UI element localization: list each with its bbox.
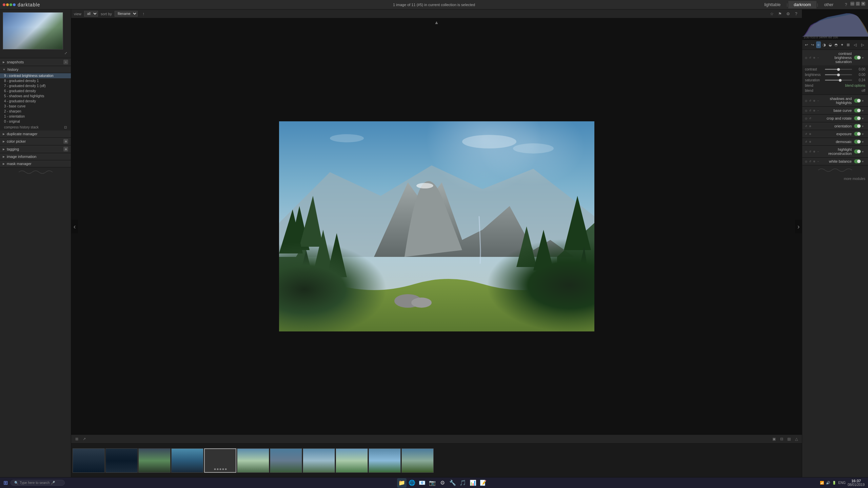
mode-tone-icon[interactable]: ◑ — [822, 41, 827, 48]
history-item-3[interactable]: 3 - base curve — [0, 104, 71, 109]
module-wb-toggle[interactable] — [854, 159, 861, 163]
cr-reset-icon[interactable]: ↺ — [808, 117, 812, 120]
or-multi-icon[interactable]: ⊕ — [808, 124, 812, 128]
start-button[interactable]: ⊞ — [1, 480, 10, 486]
mode-basic-icon[interactable]: ○ — [816, 41, 821, 48]
saturation-thumb[interactable] — [839, 79, 842, 82]
mode-undo-icon[interactable]: ↩ — [804, 41, 809, 48]
module-cbs-expand[interactable]: ▾ — [862, 56, 866, 60]
tab-lighttable[interactable]: lighttable — [759, 1, 786, 8]
filmstrip-item-6[interactable] — [237, 448, 269, 473]
taskbar-app-1[interactable]: 📁 — [397, 478, 407, 488]
maximize-button[interactable]: □ — [856, 2, 860, 6]
close-button[interactable]: ✕ — [861, 2, 865, 6]
history-item-0[interactable]: 0 - original — [0, 119, 71, 124]
filmstrip-item-7[interactable] — [270, 448, 302, 473]
sort-dir-icon[interactable]: ↑ — [140, 11, 146, 17]
layout-icon-2[interactable]: ⊟ — [779, 436, 784, 442]
blend-options-button[interactable]: blend options — [845, 84, 866, 87]
dm-reset-icon[interactable]: ↺ — [804, 140, 808, 143]
or-reset-icon[interactable]: ↺ — [804, 124, 808, 128]
module-cr-header[interactable]: ◎ ↺ crop and rotate ▾ — [802, 115, 868, 122]
filmstrip-item-8[interactable] — [303, 448, 335, 473]
panel-right-icon[interactable]: ▷ — [859, 41, 866, 48]
taskbar-app-9[interactable]: 📝 — [478, 478, 488, 488]
module-delete-icon[interactable]: − — [816, 56, 820, 59]
mode-all-icon[interactable]: ✦ — [840, 41, 845, 48]
battery-icon[interactable]: 🔋 — [832, 481, 836, 485]
tab-darkroom[interactable]: darkroom — [788, 1, 816, 8]
module-hr-toggle[interactable] — [854, 149, 861, 154]
filmstrip-item-9[interactable] — [336, 448, 368, 473]
taskbar-app-4[interactable]: 📷 — [428, 478, 437, 488]
bc-reset-icon[interactable]: ↺ — [808, 109, 812, 112]
module-preset-icon[interactable]: ◎ — [804, 56, 808, 59]
module-sh-toggle[interactable] — [854, 99, 861, 103]
top-scroll-arrow[interactable]: ▲ — [434, 20, 439, 25]
main-image[interactable] — [279, 121, 594, 331]
mode-color-icon[interactable]: ◒ — [828, 41, 833, 48]
module-bc-header[interactable]: ◎ ↺ ⊕ − base curve ▾ — [802, 107, 868, 114]
panel-left-icon[interactable]: ◁ — [852, 41, 859, 48]
module-dm-header[interactable]: ↺ ⊕ demosaic ▾ — [802, 138, 868, 145]
help-icon-2[interactable]: ? — [793, 11, 799, 17]
compress-history-button[interactable]: compress history stack ⊡ — [0, 124, 71, 130]
module-bc-expand[interactable]: ▾ — [862, 109, 866, 113]
module-or-expand[interactable]: ▾ — [862, 124, 866, 128]
settings-icon[interactable]: ⚙ — [785, 11, 791, 17]
volume-icon[interactable]: 🔊 — [826, 481, 830, 485]
module-sh-expand[interactable]: ▾ — [862, 99, 866, 103]
module-cbs-toggle[interactable] — [854, 56, 861, 60]
module-ex-toggle[interactable] — [854, 132, 861, 136]
ex-multi-icon[interactable]: ⊕ — [808, 132, 812, 136]
taskbar-app-2[interactable]: 🌐 — [407, 478, 417, 488]
wb-reset-icon[interactable]: ↺ — [808, 160, 812, 163]
color-picker-section[interactable]: ▶ color picker ⊕ — [0, 138, 71, 145]
star-icon[interactable]: ☆ — [769, 11, 775, 17]
module-hr-header[interactable]: ◎ ↺ ⊕ − highlight reconstruction ▾ — [802, 146, 868, 157]
hr-del-icon[interactable]: − — [816, 150, 820, 153]
mode-redo-icon[interactable]: ↪ — [810, 41, 815, 48]
image-info-section[interactable]: ▶ image information — [0, 153, 71, 160]
module-multi-icon[interactable]: ⊕ — [812, 56, 816, 59]
grid-icon[interactable]: ⊞ — [74, 436, 79, 442]
dm-multi-icon[interactable]: ⊕ — [808, 140, 812, 143]
tagging-icon[interactable]: ⊕ — [63, 147, 68, 151]
sh-reset-icon[interactable]: ↺ — [808, 99, 812, 102]
export-icon[interactable]: ↗ — [81, 436, 87, 442]
history-item-8[interactable]: 8 - graduated density 1 — [0, 78, 71, 83]
layout-icon-3[interactable]: ▤ — [786, 436, 792, 442]
history-item-9[interactable]: 9 - contrast brightness saturation — [0, 73, 71, 78]
module-cr-toggle[interactable] — [854, 116, 861, 120]
bc-multi-icon[interactable]: ⊕ — [812, 109, 816, 112]
history-section-header[interactable]: ▼ history — [0, 66, 71, 73]
filmstrip-item-1[interactable] — [73, 448, 105, 473]
filmstrip-item-4[interactable] — [171, 448, 203, 473]
module-ex-expand[interactable]: ▾ — [862, 132, 866, 136]
bc-preset-icon[interactable]: ◎ — [804, 109, 808, 112]
module-bc-toggle[interactable] — [854, 108, 861, 113]
module-or-header[interactable]: ↺ ⊕ orientation ▾ — [802, 122, 868, 130]
contrast-thumb[interactable] — [837, 68, 840, 71]
filmstrip-item-2[interactable] — [105, 448, 138, 473]
next-image-button[interactable]: › — [795, 220, 802, 233]
brightness-thumb[interactable] — [837, 74, 840, 76]
module-cbs-header[interactable]: ◎ ↺ ⊕ − contrast brightness saturation ▾ — [802, 50, 868, 65]
module-dm-toggle[interactable] — [854, 140, 861, 144]
snapshots-section[interactable]: ▶ snapshots + — [0, 58, 71, 66]
color-picker-icon[interactable]: ⊕ — [63, 139, 68, 144]
prev-image-button[interactable]: ‹ — [71, 220, 78, 233]
hr-multi-icon[interactable]: ⊕ — [812, 150, 816, 153]
sortby-select[interactable]: filename — [115, 11, 138, 17]
filmstrip-item-3[interactable] — [138, 448, 171, 473]
module-wb-header[interactable]: ◎ ↺ ⊕ − white balance ▾ — [802, 158, 868, 165]
history-item-4[interactable]: 4 - graduated density — [0, 99, 71, 104]
duplicate-manager-section[interactable]: ▶ duplicate manager — [0, 130, 71, 138]
contrast-track[interactable] — [825, 69, 852, 70]
mode-correct-icon[interactable]: ◓ — [834, 41, 839, 48]
taskbar-app-7[interactable]: 🎵 — [458, 478, 468, 488]
module-cr-expand[interactable]: ▾ — [862, 117, 866, 120]
ex-reset-icon[interactable]: ↺ — [804, 132, 808, 136]
bc-del-icon[interactable]: − — [816, 109, 820, 112]
filmstrip-item-10[interactable] — [369, 448, 401, 473]
